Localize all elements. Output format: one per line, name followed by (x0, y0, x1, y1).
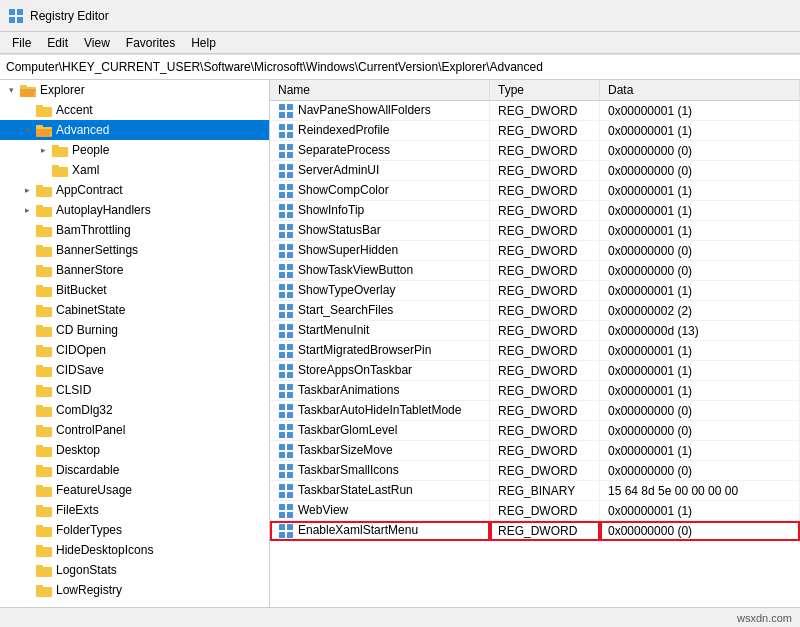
tree-item-appcontract[interactable]: AppContract (0, 180, 269, 200)
table-row[interactable]: ShowTypeOverlay REG_DWORD 0x00000001 (1) (270, 281, 800, 301)
data-panel[interactable]: Name Type Data NavPaneShowAllFolders REG… (270, 80, 800, 607)
reg-icon (278, 143, 294, 159)
table-row[interactable]: Start_SearchFiles REG_DWORD 0x00000002 (… (270, 301, 800, 321)
tree-item-explorer[interactable]: Explorer (0, 80, 269, 100)
folder-icon (36, 382, 52, 398)
tree-item-autoplayhandlers[interactable]: AutoplayHandlers (0, 200, 269, 220)
tree-item-fileexts[interactable]: FileExts (0, 500, 269, 520)
table-row[interactable]: ShowStatusBar REG_DWORD 0x00000001 (1) (270, 221, 800, 241)
tree-toggle[interactable] (4, 83, 18, 97)
tree-item-accent[interactable]: Accent (0, 100, 269, 120)
svg-rect-137 (287, 372, 293, 378)
menu-help[interactable]: Help (183, 34, 224, 52)
svg-rect-87 (287, 124, 293, 130)
tree-item-bamthrottling[interactable]: BamThrottling (0, 220, 269, 240)
table-row[interactable]: ShowSuperHidden REG_DWORD 0x00000000 (0) (270, 241, 800, 261)
tree-item-bannerstore[interactable]: BannerStore (0, 260, 269, 280)
tree-label: BannerStore (54, 263, 123, 277)
tree-toggle[interactable] (36, 143, 50, 157)
table-row[interactable]: ServerAdminUI REG_DWORD 0x00000000 (0) (270, 161, 800, 181)
menu-edit[interactable]: Edit (39, 34, 76, 52)
svg-rect-109 (287, 232, 293, 238)
svg-rect-160 (279, 492, 285, 498)
svg-rect-105 (287, 212, 293, 218)
reg-icon (278, 503, 294, 519)
svg-rect-163 (287, 504, 293, 510)
tree-panel[interactable]: Explorer Accent Advanced People (0, 80, 270, 607)
table-row[interactable]: TaskbarSmallIcons REG_DWORD 0x00000000 (… (270, 461, 800, 481)
table-row[interactable]: TaskbarStateLastRun REG_BINARY 15 64 8d … (270, 481, 800, 501)
svg-rect-51 (36, 387, 52, 396)
svg-rect-93 (287, 152, 293, 158)
svg-rect-81 (36, 587, 52, 596)
svg-rect-139 (287, 384, 293, 390)
tree-item-lowregistry[interactable]: LowRegistry (0, 580, 269, 600)
registry-table: Name Type Data NavPaneShowAllFolders REG… (270, 80, 800, 541)
svg-rect-91 (287, 144, 293, 150)
tree-item-desktop[interactable]: Desktop (0, 440, 269, 460)
tree-item-comdlg32[interactable]: ComDlg32 (0, 400, 269, 420)
tree-item-hidedesktopicons[interactable]: HideDesktopIcons (0, 540, 269, 560)
menu-file[interactable]: File (4, 34, 39, 52)
tree-item-bitbucket[interactable]: BitBucket (0, 280, 269, 300)
tree-item-cidopen[interactable]: CIDOpen (0, 340, 269, 360)
table-row[interactable]: ShowInfoTip REG_DWORD 0x00000001 (1) (270, 201, 800, 221)
tree-item-advanced[interactable]: Advanced (0, 120, 269, 140)
table-row[interactable]: TaskbarSizeMove REG_DWORD 0x00000001 (1) (270, 441, 800, 461)
tree-label: FileExts (54, 503, 99, 517)
tree-item-discardable[interactable]: Discardable (0, 460, 269, 480)
table-row[interactable]: TaskbarAnimations REG_DWORD 0x00000001 (… (270, 381, 800, 401)
tree-item-cabinetstate[interactable]: CabinetState (0, 300, 269, 320)
table-row[interactable]: ShowTaskViewButton REG_DWORD 0x00000000 … (270, 261, 800, 281)
tree-item-people[interactable]: People (0, 140, 269, 160)
cell-name: WebView (270, 501, 490, 521)
table-row[interactable]: StartMenuInit REG_DWORD 0x0000000d (13) (270, 321, 800, 341)
table-row[interactable]: ShowCompColor REG_DWORD 0x00000001 (1) (270, 181, 800, 201)
table-row[interactable]: TaskbarGlomLevel REG_DWORD 0x00000000 (0… (270, 421, 800, 441)
table-row[interactable]: NavPaneShowAllFolders REG_DWORD 0x000000… (270, 101, 800, 121)
svg-rect-9 (36, 107, 52, 116)
tree-item-clsid[interactable]: CLSID (0, 380, 269, 400)
watermark: wsxdn.com (737, 612, 792, 624)
table-row[interactable]: SeparateProcess REG_DWORD 0x00000000 (0) (270, 141, 800, 161)
menu-favorites[interactable]: Favorites (118, 34, 183, 52)
tree-item-cdburning[interactable]: CD Burning (0, 320, 269, 340)
tree-item-controlpanel[interactable]: ControlPanel (0, 420, 269, 440)
address-path: Computer\HKEY_CURRENT_USER\Software\Micr… (6, 60, 543, 74)
tree-item-cidsave[interactable]: CIDSave (0, 360, 269, 380)
table-row[interactable]: ReindexedProfile REG_DWORD 0x00000001 (1… (270, 121, 800, 141)
svg-rect-134 (279, 364, 285, 370)
svg-rect-151 (287, 444, 293, 450)
svg-rect-144 (279, 412, 285, 418)
tree-item-featureusage[interactable]: FeatureUsage (0, 480, 269, 500)
tree-toggle[interactable] (20, 203, 34, 217)
tree-label: HideDesktopIcons (54, 543, 153, 557)
svg-rect-27 (36, 227, 52, 236)
reg-icon (278, 303, 294, 319)
tree-toggle[interactable] (20, 123, 34, 137)
svg-rect-118 (279, 284, 285, 290)
tree-item-xaml[interactable]: Xaml (0, 160, 269, 180)
cell-type: REG_DWORD (490, 201, 600, 221)
svg-rect-95 (287, 164, 293, 170)
folder-icon (36, 462, 52, 478)
svg-rect-140 (279, 392, 285, 398)
table-row[interactable]: StartMigratedBrowserPin REG_DWORD 0x0000… (270, 341, 800, 361)
reg-icon (278, 203, 294, 219)
table-row[interactable]: StoreAppsOnTaskbar REG_DWORD 0x00000001 … (270, 361, 800, 381)
table-row[interactable]: WebView REG_DWORD 0x00000001 (1) (270, 501, 800, 521)
tree-label: CabinetState (54, 303, 125, 317)
svg-rect-72 (36, 527, 52, 536)
tree-item-foldertypes[interactable]: FolderTypes (0, 520, 269, 540)
menu-view[interactable]: View (76, 34, 118, 52)
svg-rect-116 (279, 272, 285, 278)
svg-rect-158 (279, 484, 285, 490)
folder-icon (20, 82, 36, 98)
tree-item-logonstats[interactable]: LogonStats (0, 560, 269, 580)
svg-rect-48 (36, 367, 52, 376)
tree-item-bannersettings[interactable]: BannerSettings (0, 240, 269, 260)
folder-icon (36, 422, 52, 438)
table-row[interactable]: EnableXamlStartMenu REG_DWORD 0x00000000… (270, 521, 800, 541)
tree-toggle[interactable] (20, 183, 34, 197)
table-row[interactable]: TaskbarAutoHideInTabletMode REG_DWORD 0x… (270, 401, 800, 421)
